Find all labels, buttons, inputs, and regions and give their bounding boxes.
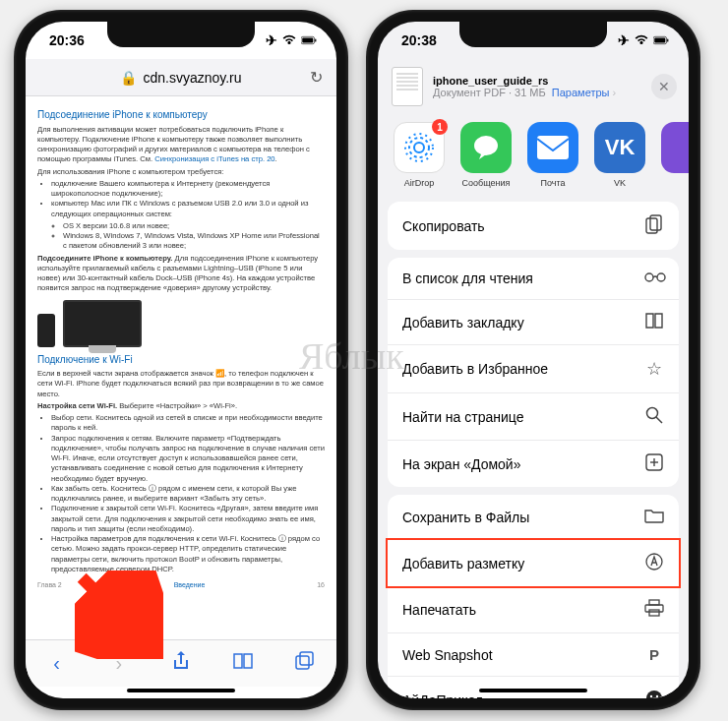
action-label: АйДаПрикол	[402, 692, 483, 699]
page-content[interactable]: Подсоединение iPhone к компьютеру Для вы…	[26, 96, 336, 639]
actions-group-3: Сохранить в ФайлыДобавить разметкуНапеча…	[388, 495, 679, 698]
notch	[107, 22, 255, 47]
battery-icon	[301, 34, 317, 46]
copy-icon	[644, 214, 664, 237]
app-label: VK	[594, 178, 645, 188]
actions-group-2: В список для чтенияДобавить закладкуДоба…	[388, 258, 679, 487]
share-button[interactable]	[170, 650, 192, 677]
phone-right: 20:38 ✈ iphone_user_guide_rs Документ PD…	[366, 10, 700, 710]
svg-rect-2	[315, 38, 316, 41]
action-label: Добавить в Избранное	[402, 361, 548, 377]
svg-point-29	[650, 695, 652, 697]
app-label: AirDrop	[394, 178, 445, 188]
action-search[interactable]: Найти на странице	[388, 393, 679, 441]
app-label: Почта	[527, 178, 578, 188]
action-print[interactable]: Напечатать	[388, 586, 679, 633]
action-glasses[interactable]: В список для чтения	[388, 258, 679, 300]
action-folder[interactable]: Сохранить в Файлы	[388, 495, 679, 540]
notch	[459, 22, 607, 47]
close-button[interactable]: ✕	[651, 74, 677, 99]
smile-icon	[644, 690, 664, 698]
options-link[interactable]: Параметры	[552, 87, 610, 98]
heading-wifi: Подключение к Wi-Fi	[37, 353, 325, 367]
document-thumbnail	[392, 67, 423, 106]
share-app-airdrop[interactable]: 1AirDrop	[394, 122, 445, 188]
svg-point-30	[656, 695, 658, 697]
page-footer: Глава 2 Введение 16	[37, 580, 325, 589]
svg-rect-4	[300, 652, 313, 665]
svg-rect-8	[654, 38, 665, 43]
address-bar[interactable]: 🔒 cdn.svyaznoy.ru ↻	[26, 59, 336, 96]
svg-point-17	[645, 273, 653, 281]
battery-icon	[653, 34, 669, 46]
svg-point-13	[474, 136, 498, 155]
action-label: Сохранить в Файлы	[402, 510, 529, 525]
share-app-почта[interactable]: Почта	[527, 122, 578, 188]
status-time: 20:36	[49, 32, 85, 48]
svg-rect-14	[537, 136, 569, 159]
svg-rect-25	[649, 600, 659, 605]
share-sheet-header: iphone_user_guide_rs Документ PDF · 31 М…	[378, 59, 689, 116]
airplane-icon: ✈	[618, 32, 630, 48]
action-markup[interactable]: Добавить разметку	[386, 538, 681, 588]
share-app-more[interactable]	[661, 122, 689, 188]
screen-left: 20:36 ✈ 🔒 cdn.svyaznoy.ru ↻ Подсоединени…	[26, 22, 336, 698]
tabs-button[interactable]	[294, 651, 316, 676]
action-star[interactable]: Добавить в Избранное☆	[388, 345, 679, 393]
status-icons: ✈	[266, 32, 317, 48]
home-indicator[interactable]	[127, 689, 235, 692]
home-indicator[interactable]	[479, 689, 587, 692]
status-time: 20:38	[401, 32, 437, 48]
actions-group-1: Скопировать	[388, 202, 679, 250]
status-icons: ✈	[618, 32, 669, 48]
airplane-icon: ✈	[266, 32, 277, 48]
svg-rect-1	[302, 38, 313, 43]
action-label: Добавить закладку	[402, 315, 524, 330]
action-copy[interactable]: Скопировать	[388, 202, 679, 250]
link-itunes-sync[interactable]: Синхронизация с iTunes на стр. 20	[154, 154, 274, 163]
document-meta: iphone_user_guide_rs Документ PDF · 31 М…	[433, 75, 641, 98]
action-plusbox[interactable]: На экран «Домой»	[388, 441, 679, 487]
search-icon	[644, 406, 664, 427]
svg-rect-15	[646, 218, 657, 233]
action-label: В список для чтения	[402, 270, 533, 286]
device-iphone-icon	[37, 314, 55, 347]
safari-toolbar: ‹ ›	[26, 639, 336, 687]
address-text: cdn.svyaznoy.ru	[143, 70, 241, 86]
action-label: Скопировать	[402, 218, 485, 234]
back-button[interactable]: ‹	[46, 652, 68, 675]
screen-right: 20:38 ✈ iphone_user_guide_rs Документ PD…	[378, 22, 689, 698]
book-icon	[644, 313, 664, 331]
action-label: Web Snapshot	[402, 647, 493, 663]
svg-rect-16	[650, 215, 661, 230]
reload-icon[interactable]: ↻	[310, 68, 323, 87]
phone-left: 20:36 ✈ 🔒 cdn.svyaznoy.ru ↻ Подсоединени…	[14, 10, 348, 710]
heading-connect-computer: Подсоединение iPhone к компьютеру	[37, 108, 325, 122]
svg-rect-9	[667, 38, 668, 41]
svg-point-28	[646, 691, 662, 698]
action-label: Добавить разметку	[402, 556, 524, 571]
document-title: iphone_user_guide_rs	[433, 75, 641, 87]
markup-icon	[644, 553, 664, 573]
svg-point-19	[647, 408, 658, 419]
action-label: На экран «Домой»	[402, 456, 520, 472]
app-label: Сообщения	[460, 178, 512, 188]
glasses-icon	[644, 270, 664, 286]
svg-line-20	[656, 417, 662, 423]
folder-icon	[644, 508, 664, 526]
share-app-сообщения[interactable]: Сообщения	[460, 122, 512, 188]
svg-rect-3	[296, 656, 309, 669]
svg-rect-26	[645, 605, 663, 612]
bookmarks-button[interactable]	[232, 652, 254, 675]
star-icon: ☆	[644, 358, 664, 380]
wifi-icon	[634, 34, 649, 46]
badge: 1	[432, 119, 448, 135]
action-p[interactable]: Web SnapshotP	[388, 633, 679, 677]
svg-point-11	[409, 138, 429, 157]
share-app-vk[interactable]: VKVK	[594, 122, 645, 188]
action-book[interactable]: Добавить закладку	[388, 300, 679, 345]
lock-icon: 🔒	[120, 70, 137, 86]
svg-point-18	[657, 273, 665, 281]
share-apps-row[interactable]: 1AirDropСообщенияПочтаVKVK	[378, 116, 689, 202]
action-smile[interactable]: АйДаПрикол	[388, 677, 679, 698]
